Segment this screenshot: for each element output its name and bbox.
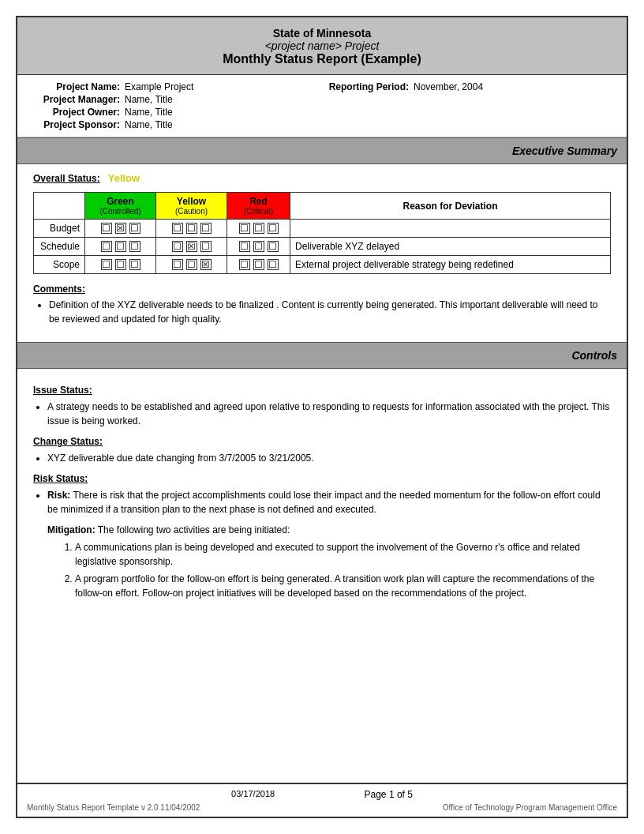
header-title3: Monthly Status Report (Example): [25, 52, 619, 66]
checkbox[interactable]: [268, 241, 279, 252]
issue-status-title: Issue Status:: [33, 385, 611, 396]
checkbox[interactable]: [239, 223, 250, 234]
footer-template: Monthly Status Report Template v 2.0 11/…: [27, 803, 200, 812]
risk-item: Risk: There is risk that the project acc…: [47, 488, 611, 517]
checkbox[interactable]: [172, 223, 183, 234]
checkbox[interactable]: [253, 223, 264, 234]
checkbox[interactable]: [186, 223, 197, 234]
project-manager-label: Project Manager:: [33, 94, 120, 105]
comments-list: Definition of the XYZ deliverable needs …: [49, 298, 611, 326]
checkbox[interactable]: [253, 241, 264, 252]
reason-header: Reason for Deviation: [290, 193, 611, 220]
checkbox[interactable]: [129, 223, 140, 234]
checkbox[interactable]: [115, 223, 126, 234]
controls-title: Controls: [571, 349, 617, 362]
mitigation-item: A program portfolio for the follow-on ef…: [75, 572, 611, 600]
controls-header: Controls: [17, 342, 627, 369]
yellow-checkboxes: [156, 238, 227, 256]
issue-item: A strategy needs to be established and a…: [47, 400, 611, 428]
mitigation-intro: The following two activities are being i…: [98, 524, 290, 535]
checkbox[interactable]: [239, 241, 250, 252]
project-name-row: Project Name: Example Project: [33, 81, 322, 92]
risk-list: Risk: There is risk that the project acc…: [47, 488, 611, 517]
project-manager-value: Name, Title: [125, 94, 173, 105]
reason-cell: External project deliverable strategy be…: [290, 256, 611, 274]
green-label: Green: [90, 196, 151, 207]
table-row: ScopeExternal project deliverable strate…: [34, 256, 611, 274]
yellow-checkboxes: [156, 220, 227, 238]
comments-title: Comments:: [33, 284, 611, 295]
red-checkboxes: [227, 220, 290, 238]
checkbox[interactable]: [115, 241, 126, 252]
overall-status-value: Yellow: [108, 172, 140, 184]
yellow-label: Yellow: [161, 196, 222, 207]
issue-list: A strategy needs to be established and a…: [47, 400, 611, 428]
checkbox[interactable]: [186, 241, 197, 252]
checkbox[interactable]: [101, 223, 112, 234]
page-spacer: [17, 613, 627, 771]
red-header: Red (Critical): [227, 193, 290, 220]
checkbox[interactable]: [268, 223, 279, 234]
red-sublabel: (Critical): [232, 207, 285, 216]
empty-row-1: [322, 94, 611, 105]
project-owner-value: Name, Title: [125, 107, 173, 118]
project-owner-label: Project Owner:: [33, 107, 120, 118]
footer-top: 03/17/2018 Page 1 of 5: [27, 789, 617, 800]
checkbox[interactable]: [101, 241, 112, 252]
overall-status-row: Overall Status: Yellow: [33, 172, 611, 184]
checkbox[interactable]: [129, 241, 140, 252]
green-checkboxes: [85, 238, 156, 256]
page-container: State of Minnesota <project name> Projec…: [16, 16, 628, 818]
red-checkboxes: [227, 256, 290, 274]
header-title1: State of Minnesota: [25, 27, 619, 39]
controls-content: Issue Status: A strategy needs to be est…: [17, 369, 627, 613]
project-manager-row: Project Manager: Name, Title: [33, 94, 322, 105]
exec-summary-content: Overall Status: Yellow Green (Controlled…: [17, 164, 627, 342]
yellow-checkboxes: [156, 256, 227, 274]
project-owner-row: Project Owner: Name, Title: [33, 107, 322, 118]
exec-summary-title: Executive Summary: [512, 145, 617, 157]
project-name-value: Example Project: [125, 81, 193, 92]
status-table: Green (Controlled) Yellow (Caution) Red …: [33, 192, 611, 274]
footer-office: Office of Technology Program Management …: [443, 803, 617, 812]
reason-cell: Deliverable XYZ delayed: [290, 238, 611, 256]
checkbox[interactable]: [101, 259, 112, 270]
empty-header: [34, 193, 85, 220]
risk-text: There is risk that the project accomplis…: [47, 490, 601, 515]
checkbox[interactable]: [239, 259, 250, 270]
table-header-row: Green (Controlled) Yellow (Caution) Red …: [34, 193, 611, 220]
checkbox[interactable]: [129, 259, 140, 270]
footer-date: 03/17/2018: [231, 789, 275, 800]
checkbox[interactable]: [172, 241, 183, 252]
checkbox[interactable]: [172, 259, 183, 270]
project-sponsor-label: Project Sponsor:: [33, 119, 120, 130]
checkbox[interactable]: [200, 241, 212, 252]
table-row: ScheduleDeliverable XYZ delayed: [34, 238, 611, 256]
project-sponsor-row: Project Sponsor: Name, Title: [33, 119, 322, 130]
row-label: Scope: [34, 256, 85, 274]
project-name-label: Project Name:: [33, 81, 120, 92]
overall-status-label: Overall Status:: [33, 173, 100, 184]
header-title2: <project name> Project: [25, 39, 619, 52]
green-header: Green (Controlled): [85, 193, 156, 220]
checkbox[interactable]: [253, 259, 264, 270]
comment-item: Definition of the XYZ deliverable needs …: [49, 298, 611, 326]
exec-summary-header: Executive Summary: [17, 137, 627, 164]
checkbox[interactable]: [268, 259, 279, 270]
checkbox[interactable]: [200, 223, 212, 234]
yellow-header: Yellow (Caution): [156, 193, 227, 220]
reporting-period-row: Reporting Period: November, 2004: [322, 81, 611, 92]
risk-status-title: Risk Status:: [33, 473, 611, 484]
green-checkboxes: [85, 256, 156, 274]
reporting-period-label: Reporting Period:: [322, 81, 409, 92]
reporting-period-value: November, 2004: [414, 81, 483, 92]
checkbox[interactable]: [200, 259, 212, 270]
checkbox[interactable]: [115, 259, 126, 270]
row-label: Budget: [34, 220, 85, 238]
page-header: State of Minnesota <project name> Projec…: [17, 17, 627, 75]
risk-label: Risk:: [47, 490, 70, 501]
table-row: Budget: [34, 220, 611, 238]
mitigation-list: A communications plan is being developed…: [75, 540, 611, 600]
checkbox[interactable]: [186, 259, 197, 270]
project-sponsor-value: Name, Title: [125, 119, 173, 130]
